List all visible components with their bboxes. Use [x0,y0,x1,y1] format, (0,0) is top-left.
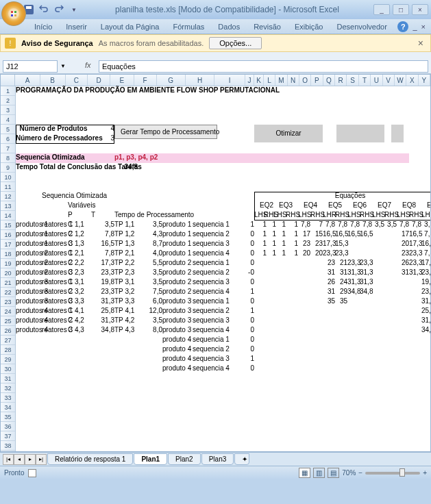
cell[interactable]: 19,8 [91,278,114,286]
cell[interactable]: 3,5 [139,268,162,276]
cell[interactable]: 1 [223,220,254,228]
cell[interactable]: 31,3 [421,316,431,324]
col-header[interactable]: V [383,75,395,86]
cell[interactable]: C 2,3 [68,268,84,276]
cell[interactable]: C 4,3 [68,326,84,333]
cell[interactable]: 25,8 [91,307,114,314]
cell[interactable]: 0 [223,297,254,305]
tab-nav-first-icon[interactable]: |◂ [3,454,14,465]
row-header[interactable]: 19 [1,259,15,268]
cell[interactable]: 1 [273,240,286,247]
cell[interactable]: 17,3 [421,259,431,266]
col-header[interactable]: U [371,75,382,86]
cell[interactable]: 16,5 [323,230,335,238]
tab-desenvolvedor[interactable]: Desenvolvedor [330,21,393,33]
cell[interactable]: 16,5 [91,240,114,247]
row-header[interactable]: 14 [1,211,15,220]
cell[interactable]: 23,3 [91,288,114,295]
cell[interactable]: produto 2 [162,278,191,286]
ribbon-min-icon[interactable]: _ [412,23,417,31]
cell[interactable]: RHS [384,211,397,218]
cell[interactable]: 1 [286,220,298,228]
cell[interactable]: 31 [323,288,335,295]
row-header[interactable]: 34 [1,403,15,412]
cell[interactable]: 31,3 [91,297,114,305]
cell[interactable]: 25,8 [421,307,431,314]
cell[interactable]: -0 [223,268,254,276]
cell[interactable]: 34,8 [347,288,360,295]
cell[interactable]: 34,8 [360,288,372,295]
cell[interactable]: TP 3,2 [114,288,134,295]
row-header[interactable]: 18 [1,249,15,259]
row-header[interactable]: 10 [1,173,15,182]
cell[interactable]: TP 4,3 [114,326,134,333]
row-header[interactable]: 35 [1,412,15,422]
cell[interactable]: TP 4,1 [114,307,134,314]
cell[interactable]: 34,8 [114,163,138,171]
col-header[interactable]: D [88,75,110,86]
sheet-tab-2[interactable]: Plan2 [168,453,201,465]
zoom-in-icon[interactable]: + [423,469,427,477]
cell[interactable]: 31 [397,268,409,276]
cell[interactable]: RHS [409,211,421,218]
cell[interactable]: 0 [223,230,254,238]
cell[interactable]: p1, p3, p4, p2 [114,153,197,161]
row-header[interactable]: 23 [1,297,15,307]
cell[interactable]: 3,5 [139,316,162,324]
row-header[interactable]: 20 [1,268,15,278]
cell[interactable]: 15,3 [335,240,347,247]
cell[interactable]: 17,3 [323,240,335,247]
cell[interactable]: LHS [372,211,384,218]
col-header[interactable]: Q [323,75,335,86]
cell[interactable]: 1 [286,230,298,238]
qat-dropdown-icon[interactable]: ▼ [67,3,81,16]
cell[interactable]: 23,3 [409,249,421,257]
cell[interactable]: 31,3 [360,268,372,276]
cell[interactable]: produto 4 [162,364,191,372]
row-header[interactable]: 32 [1,383,15,393]
cell[interactable]: 23 [323,259,335,266]
cell[interactable]: 19,8 [421,278,431,286]
cell[interactable]: TP 1,1 [114,220,134,228]
redo-icon[interactable] [52,3,66,16]
cell[interactable]: 31,3 [347,278,360,286]
cell[interactable]: 23,3 [91,268,114,276]
cell[interactable]: 7,8 [360,220,372,228]
cell[interactable]: 0 [223,278,254,286]
cell[interactable]: 0 [223,316,254,324]
cell[interactable]: EQ7 [372,201,397,209]
cell[interactable]: C 1,1 [68,220,84,228]
cell[interactable]: Tempo de Processamento [114,211,197,218]
cell[interactable]: 0 [223,364,254,372]
cell[interactable]: produto 3 [162,326,191,333]
col-header[interactable]: B [40,75,66,86]
row-header[interactable]: 16 [1,230,15,240]
tab-nav-next-icon[interactable]: ▸ [25,454,36,465]
row-header[interactable]: 26 [1,326,15,336]
cell[interactable]: 31 [323,268,335,276]
sheet-tab-0[interactable]: Relatório de resposta 1 [47,453,133,465]
cell[interactable]: 35 [323,297,335,305]
cell[interactable]: 0 [223,336,254,343]
cell[interactable]: 4 [91,125,114,132]
sheet-tab-1[interactable]: Plan1 [134,453,167,465]
col-header[interactable]: R [335,75,347,86]
row-header[interactable]: 9 [1,163,15,173]
row-header[interactable]: 1 [1,86,15,96]
cell[interactable]: produto 4 [162,345,191,353]
cell[interactable]: 34,8 [91,326,114,333]
cell[interactable]: 23,3 [335,249,347,257]
cell[interactable]: LHS [298,211,310,218]
cell[interactable]: produto 4 [162,355,191,362]
cell[interactable]: 24 [335,278,347,286]
col-header[interactable]: A [15,75,40,86]
tab-formulas[interactable]: Fórmulas [167,21,212,33]
cell[interactable]: C 1,2 [68,230,84,238]
fx-icon[interactable]: fx [85,61,96,72]
cell[interactable]: LHS [273,211,286,218]
cell[interactable]: 1 [286,240,298,247]
cell[interactable]: 1 [286,249,298,257]
cell[interactable]: 3,5 [139,220,162,228]
col-header[interactable]: X [406,75,418,86]
row-header[interactable]: 8 [1,153,15,163]
